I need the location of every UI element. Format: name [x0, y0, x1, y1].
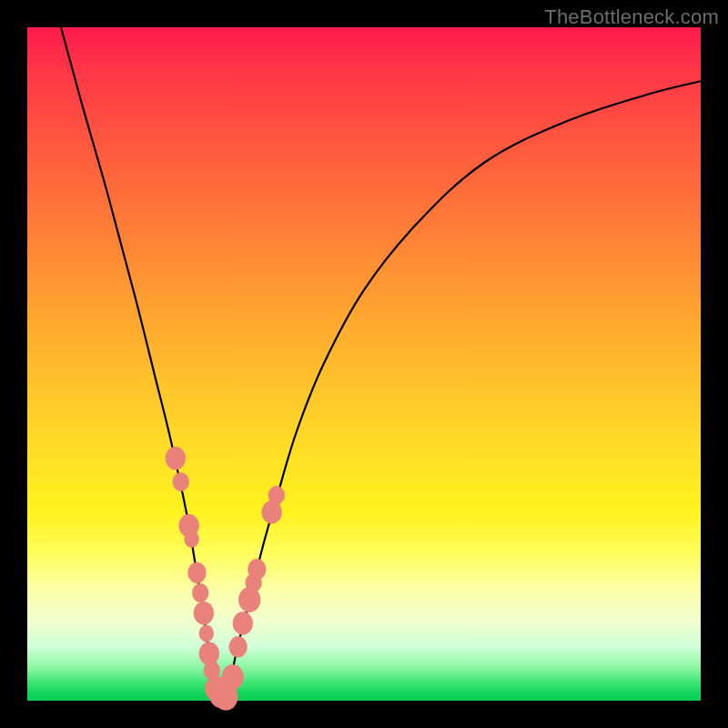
curve-marker: [248, 559, 266, 580]
bottleneck-curve: [61, 27, 701, 701]
curve-marker: [166, 447, 186, 470]
plot-area: [27, 27, 701, 701]
curve-marker: [199, 625, 214, 642]
bottleneck-curve-svg: [27, 27, 701, 701]
curve-marker: [185, 531, 199, 547]
curve-marker: [222, 664, 244, 690]
curve-marker: [268, 486, 285, 505]
markers-group: [166, 447, 285, 711]
curve-marker: [233, 612, 253, 634]
chart-frame: TheBottleneck.com: [0, 0, 728, 728]
curve-marker: [192, 583, 208, 602]
watermark-text: TheBottleneck.com: [544, 5, 719, 29]
curve-marker: [194, 602, 214, 624]
curve-marker: [229, 636, 248, 657]
curve-marker: [187, 562, 206, 583]
curve-marker: [173, 472, 189, 491]
